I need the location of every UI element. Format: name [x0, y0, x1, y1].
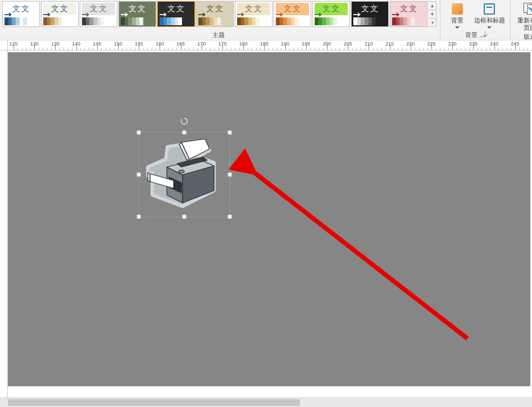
- background-button[interactable]: 背景: [444, 1, 471, 29]
- ruler-tick-label: 165: [176, 41, 185, 47]
- theme-thumb-8[interactable]: 文文: [312, 1, 350, 27]
- ruler-tick-label: 200: [322, 41, 331, 47]
- theme-thumb-5[interactable]: 文文: [196, 1, 234, 27]
- vertical-ruler[interactable]: [0, 51, 8, 397]
- ruler-tick-label: 150: [113, 41, 122, 47]
- ruler-tick-label: 220: [406, 41, 415, 47]
- gallery-expand-icon[interactable]: ▾: [429, 19, 436, 26]
- printer-clipart[interactable]: [142, 135, 226, 215]
- ruler-tick-label: 145: [93, 41, 101, 47]
- theme-thumb-3[interactable]: 文文: [119, 1, 156, 27]
- dialog-launcher-icon[interactable]: [480, 31, 485, 37]
- drawing-canvas[interactable]: [8, 52, 530, 386]
- ribbon-group-layout: 重新布局 页面 版式: [511, 0, 532, 40]
- theme-gallery-more[interactable]: ▲ ▼ ▾: [429, 1, 436, 27]
- ruler-tick-label: 235: [469, 41, 478, 47]
- relayout-page-button[interactable]: 重新布局 页面: [514, 1, 532, 31]
- theme-thumb-0[interactable]: 文文: [2, 1, 40, 27]
- canvas-viewport[interactable]: [8, 51, 532, 397]
- ruler-tick-label: 245: [511, 41, 519, 47]
- ruler-corner: [0, 40, 8, 51]
- ruler-tick-label: 190: [281, 41, 289, 47]
- ruler-tick-label: 175: [218, 41, 226, 47]
- ruler-tick-label: 195: [302, 41, 310, 47]
- resize-handle-e[interactable]: [228, 173, 232, 177]
- ruler-tick-label: 215: [385, 41, 394, 47]
- svg-marker-9: [148, 173, 150, 182]
- horizontal-scrollbar[interactable]: [0, 397, 532, 407]
- ruler-tick-label: 225: [427, 41, 435, 47]
- ruler-tick-label: 140: [72, 41, 80, 47]
- ribbon: 文文文文文文文文文文文文文文文文文文文文文文 ▲ ▼ ▾ 主题 背景 边框和标题…: [0, 0, 532, 40]
- svg-point-4: [179, 170, 184, 173]
- ruler-tick-label: 180: [239, 41, 248, 47]
- chevron-down-icon: [487, 26, 492, 29]
- theme-thumb-10[interactable]: 文文: [390, 1, 428, 27]
- relayout-page-button-label: 重新布局 页面: [517, 17, 532, 31]
- border-title-icon: [484, 3, 495, 15]
- horizontal-ruler[interactable]: 1251301351401451501551601651701751801851…: [8, 40, 532, 51]
- resize-handle-n[interactable]: [183, 131, 187, 135]
- theme-thumb-4[interactable]: 文文: [157, 1, 195, 27]
- resize-handle-w[interactable]: [137, 173, 141, 177]
- scrollbar-thumb[interactable]: [8, 399, 300, 406]
- relayout-icon: [524, 3, 532, 15]
- ribbon-group-background: 背景 边框和标题 背景: [440, 0, 511, 40]
- resize-handle-se[interactable]: [228, 215, 232, 219]
- background-button-label: 背景: [451, 17, 463, 24]
- ruler-tick-label: 155: [135, 41, 143, 47]
- ruler-tick-label: 205: [344, 41, 352, 47]
- annotation-arrow: [8, 52, 530, 386]
- theme-thumb-2[interactable]: 文文: [80, 1, 117, 27]
- ruler-tick-label: 240: [490, 41, 498, 47]
- rotation-handle-icon[interactable]: [180, 117, 188, 125]
- ruler-tick-label: 135: [51, 41, 60, 47]
- theme-thumb-6[interactable]: 文文: [235, 1, 272, 27]
- ruler-tick-label: 130: [30, 41, 39, 47]
- ruler-tick-label: 185: [260, 41, 269, 47]
- background-group-label: 背景: [465, 30, 485, 40]
- background-icon: [452, 3, 463, 15]
- ruler-tick-label: 170: [197, 41, 206, 47]
- layout-group-label: 版式: [524, 31, 532, 40]
- themes-group-label: 主题: [212, 30, 225, 40]
- theme-thumb-7[interactable]: 文文: [274, 1, 311, 27]
- resize-handle-nw[interactable]: [137, 131, 141, 135]
- resize-handle-sw[interactable]: [137, 215, 141, 219]
- theme-thumb-1[interactable]: 文文: [41, 1, 79, 27]
- ruler-tick-label: 210: [365, 41, 373, 47]
- resize-handle-s[interactable]: [183, 215, 187, 219]
- workspace: 1251301351401451501551601651701751801851…: [0, 40, 532, 397]
- ruler-tick-label: 160: [156, 41, 164, 47]
- svg-line-10: [241, 162, 467, 339]
- theme-gallery: 文文文文文文文文文文文文文文文文文文文文文文: [0, 1, 428, 27]
- gallery-scroll-down-icon[interactable]: ▼: [429, 10, 436, 19]
- ruler-tick-label: 230: [448, 41, 457, 47]
- ribbon-group-themes: 文文文文文文文文文文文文文文文文文文文文文文 ▲ ▼ ▾ 主题: [0, 0, 440, 40]
- border-title-button[interactable]: 边框和标题: [472, 1, 507, 29]
- shape-selection[interactable]: [138, 132, 230, 217]
- border-title-button-label: 边框和标题: [474, 17, 505, 24]
- resize-handle-ne[interactable]: [228, 131, 232, 135]
- ruler-tick-label: 125: [9, 41, 17, 47]
- chevron-down-icon: [455, 26, 460, 29]
- theme-thumb-9[interactable]: 文文: [351, 1, 389, 27]
- gallery-scroll-up-icon[interactable]: ▲: [429, 2, 436, 10]
